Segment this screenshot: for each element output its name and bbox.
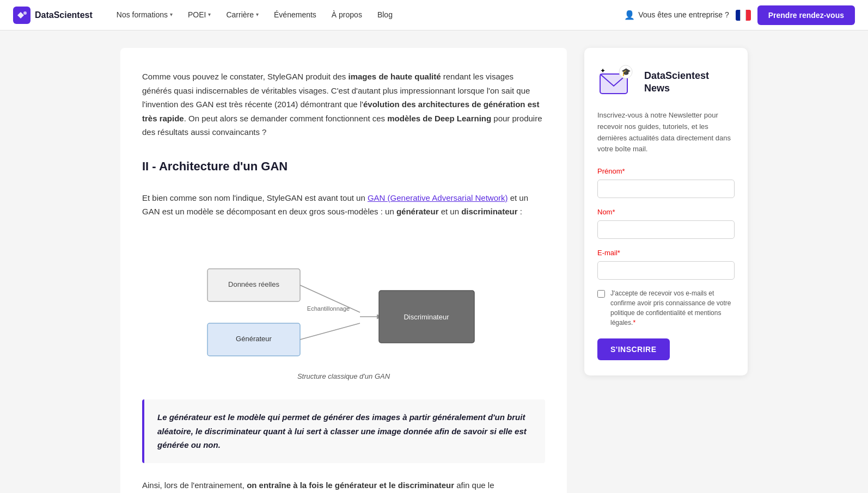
email-label: E-mail*	[597, 248, 735, 259]
email-required: *	[618, 249, 620, 257]
main-content: Comme vous pouvez le constater, StyleGAN…	[120, 48, 567, 493]
sidebar-title: DataScientest News	[644, 70, 735, 95]
logo-link[interactable]: DataScientest	[13, 7, 93, 24]
svg-text:Générateur: Générateur	[236, 335, 272, 343]
newsletter-form: Prénom* Nom* E-mail*	[597, 166, 735, 360]
enterprise-icon: 👤	[624, 8, 635, 22]
prenom-label: Prénom*	[597, 166, 735, 177]
consent-checkbox[interactable]	[597, 290, 605, 298]
consent-label[interactable]: J'accepte de recevoir vos e-mails et con…	[610, 288, 735, 328]
newsletter-icon-wrapper: 🎓 ✦	[597, 63, 635, 101]
svg-line-7	[300, 323, 360, 340]
highlighted-quote: Le générateur est le modèle qui permet d…	[142, 399, 545, 463]
nav-item-apropos[interactable]: À propos	[325, 4, 369, 25]
gan-diagram: Données réelles Générateur Echantillonna…	[202, 236, 485, 367]
section-heading: II - Architecture d'un GAN	[142, 157, 545, 180]
svg-text:🎓: 🎓	[621, 67, 631, 77]
logo-text: DataScientest	[35, 8, 93, 22]
gan-link[interactable]: GAN (Generative Adversarial Network)	[368, 193, 508, 202]
prenom-required: *	[622, 167, 625, 175]
flag-blue	[736, 10, 741, 21]
svg-point-1	[23, 11, 27, 15]
sidebar-description: Inscrivez-vous à notre Newsletter pour r…	[597, 110, 735, 155]
nav-item-formations[interactable]: Nos formations ▾	[110, 4, 179, 25]
body-paragraph-1: Ainsi, lors de l'entrainement, on entraî…	[142, 478, 545, 493]
newsletter-icon: 🎓 ✦	[597, 63, 635, 101]
flag-white	[740, 10, 746, 21]
navigation: DataScientest Nos formations ▾ POEI ▾ Ca…	[0, 0, 868, 30]
logo-icon	[13, 7, 30, 24]
svg-text:Données réelles: Données réelles	[228, 280, 279, 288]
chevron-down-icon: ▾	[208, 10, 211, 19]
section-intro-paragraph: Et bien comme son nom l'indique, StyleGA…	[142, 191, 545, 219]
quote-text: Le générateur est le modèle qui permet d…	[157, 410, 532, 452]
diagram-wrapper: Données réelles Générateur Echantillonna…	[142, 236, 545, 383]
chevron-down-icon: ▾	[256, 10, 259, 19]
nom-label: Nom*	[597, 207, 735, 218]
flag-red	[746, 10, 751, 21]
nav-item-blog[interactable]: Blog	[371, 4, 399, 25]
email-input[interactable]	[597, 261, 735, 280]
nav-links: Nos formations ▾ POEI ▾ Carrière ▾ Événe…	[110, 4, 624, 25]
nav-right: 👤 Vous êtes une entreprise ? Prendre ren…	[624, 5, 855, 25]
enterprise-link[interactable]: 👤 Vous êtes une entreprise ?	[624, 8, 729, 22]
intro-paragraph: Comme vous pouvez le constater, StyleGAN…	[142, 70, 545, 139]
language-flag[interactable]	[736, 10, 751, 21]
cta-button[interactable]: Prendre rendez-vous	[757, 5, 855, 25]
email-group: E-mail*	[597, 248, 735, 280]
nom-input[interactable]	[597, 220, 735, 239]
page-wrapper: Comme vous pouvez le constater, StyleGAN…	[107, 30, 761, 493]
svg-text:Discriminateur: Discriminateur	[404, 313, 449, 321]
svg-text:Echantillonnage: Echantillonnage	[307, 305, 350, 312]
newsletter-card: 🎓 ✦ DataScientest News Inscrivez-vous à …	[584, 48, 748, 375]
nav-item-evenements[interactable]: Événements	[267, 4, 323, 25]
nav-item-poei[interactable]: POEI ▾	[181, 4, 217, 25]
card-header: 🎓 ✦ DataScientest News	[597, 63, 735, 101]
prenom-group: Prénom*	[597, 166, 735, 198]
nom-group: Nom*	[597, 207, 735, 239]
checkbox-row: J'accepte de recevoir vos e-mails et con…	[597, 288, 735, 328]
sidebar: 🎓 ✦ DataScientest News Inscrivez-vous à …	[584, 48, 748, 493]
chevron-down-icon: ▾	[170, 10, 173, 19]
subscribe-button[interactable]: S'INSCRIRE	[597, 338, 670, 360]
diagram-caption: Structure classique d'un GAN	[297, 371, 390, 383]
svg-text:✦: ✦	[600, 67, 606, 75]
nom-required: *	[612, 208, 615, 216]
nav-item-carriere[interactable]: Carrière ▾	[219, 4, 265, 25]
prenom-input[interactable]	[597, 180, 735, 198]
